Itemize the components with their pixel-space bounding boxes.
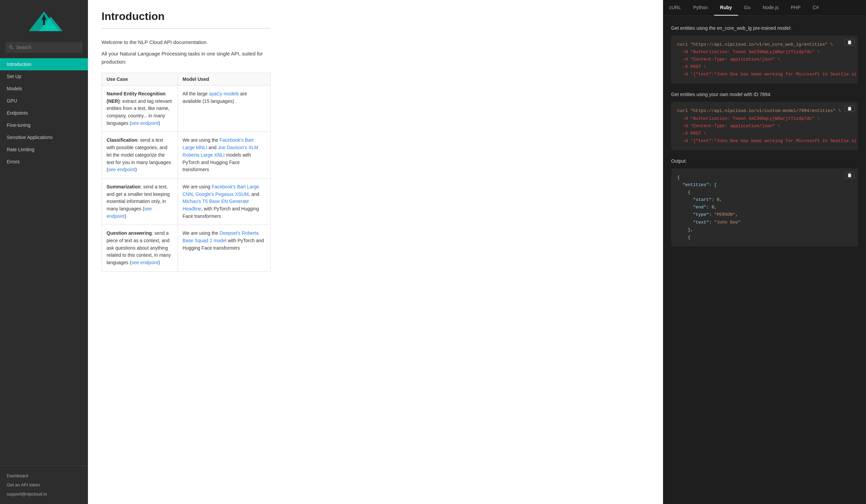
api-token-link[interactable]: Get an API token xyxy=(7,480,81,490)
sidebar-item-gpu[interactable]: GPU xyxy=(0,95,88,107)
code-line: { xyxy=(677,174,852,181)
classification-bold: Classification xyxy=(107,137,137,143)
summarization-bold: Summarization xyxy=(107,184,141,189)
code-line: "text": "John Doe" xyxy=(677,219,852,226)
tab-ruby[interactable]: Ruby xyxy=(714,0,738,15)
ner-endpoint-link[interactable]: see endpoint xyxy=(131,121,158,126)
sidebar-item-finetuning[interactable]: Fine-tuning xyxy=(0,119,88,131)
code-line: -d '{"text":"John Doe has been working f… xyxy=(677,71,852,78)
sidebar-item-errors[interactable]: Errors xyxy=(0,156,88,168)
roberta-link[interactable]: Deepset's Roberta Base Squad 2 model xyxy=(183,230,259,243)
spacy-link[interactable]: spaCy models xyxy=(209,91,239,97)
copy-button-output[interactable]: 📋 xyxy=(845,172,855,179)
sidebar-item-endpoints[interactable]: Endpoints xyxy=(0,107,88,119)
logo xyxy=(22,8,66,35)
table-cell-model-ner: All the large spaCy models are available… xyxy=(178,86,270,132)
table-cell-usecase-summarization: Summarization: send a text, and get a sm… xyxy=(102,178,178,225)
intro-text-1: Welcome to the NLP Cloud API documentati… xyxy=(101,38,271,46)
table-row: Named Entity Recognition (NER): extract … xyxy=(102,86,271,132)
code-line: -H "Content-Type: application/json" \ xyxy=(677,56,852,63)
code-line: "end": 8, xyxy=(677,204,852,211)
sidebar-item-introduction[interactable]: Introduction xyxy=(0,58,88,70)
code-line: -H "Authorization: Token 4eC39HqLyjWDarj… xyxy=(677,115,852,122)
code-line: -d '{"text":"John Doe has been working f… xyxy=(677,137,852,145)
table-cell-model-summarization: We are using Facebook's Bart Large CNN, … xyxy=(178,178,270,225)
summarization-endpoint-link[interactable]: see endpoint xyxy=(107,206,152,219)
sidebar-footer: Dashboard Get an API token support@nlpcl… xyxy=(0,466,88,504)
table-header-usecase: Use Case xyxy=(102,73,178,86)
code-line: }, xyxy=(677,226,852,234)
code-line: -X POST \ xyxy=(677,63,852,71)
code-line: { xyxy=(677,234,852,241)
content-area: Introduction Welcome to the NLP Cloud AP… xyxy=(88,0,284,295)
logo-area xyxy=(0,0,88,42)
search-input[interactable] xyxy=(16,45,79,50)
tab-curl[interactable]: cURL xyxy=(663,0,687,15)
code-line: curl "https://api.nlpcloud.io/v1/custom-… xyxy=(677,107,852,115)
t5-link[interactable]: Michau's T5 Base EN Generate Headline xyxy=(183,199,249,211)
code-line: "type": "PERSON", xyxy=(677,211,852,219)
table-row: Question answering: send a piece of text… xyxy=(102,225,271,271)
copy-button-1[interactable]: 📋 xyxy=(845,39,855,46)
ner-bold: Named Entity Recognition (NER) xyxy=(107,91,165,104)
search-container[interactable] xyxy=(5,42,82,53)
support-link[interactable]: support@nlpcloud.io xyxy=(7,490,81,499)
svg-line-4 xyxy=(12,48,13,49)
section2-label: Get entities using your own model with I… xyxy=(671,92,858,97)
code-line: -X POST \ xyxy=(677,130,852,137)
pegasus-link[interactable]: Google's Pegasus XSUM xyxy=(196,191,249,197)
table-header-model: Model Used xyxy=(178,73,270,86)
code-block-output: 📋 { "entities": [ { "start": 0, "end": 8… xyxy=(671,168,858,247)
classification-endpoint-link[interactable]: see endpoint xyxy=(108,167,135,172)
intro-text-2: All your Natural Language Processing tas… xyxy=(101,50,271,66)
table-cell-usecase-ner: Named Entity Recognition (NER): extract … xyxy=(102,86,178,132)
tab-nodejs[interactable]: Node.js xyxy=(756,0,785,15)
table-cell-model-classification: We are using the Facebook's Bart Large M… xyxy=(178,132,270,178)
sidebar: Introduction Set Up Models GPU Endpoints… xyxy=(0,0,88,504)
tab-csharp[interactable]: C# xyxy=(807,0,825,15)
dashboard-link[interactable]: Dashboard xyxy=(7,471,81,480)
table-cell-usecase-classification: Classification: send a text with possibl… xyxy=(102,132,178,178)
right-panel: cURL Python Ruby Go Node.js PHP C# Get e… xyxy=(663,0,866,504)
qa-bold: Question answering xyxy=(107,230,152,236)
code-line: "entities": [ xyxy=(677,181,852,189)
sidebar-item-ratelimiting[interactable]: Rate Limiting xyxy=(0,143,88,156)
table-row: Summarization: send a text, and get a sm… xyxy=(102,178,271,225)
table-cell-usecase-qa: Question answering: send a piece of text… xyxy=(102,225,178,271)
sidebar-nav: Introduction Set Up Models GPU Endpoints… xyxy=(0,58,88,463)
output-label: Output: xyxy=(671,158,858,164)
sidebar-item-sensitive[interactable]: Sensitive Applications xyxy=(0,131,88,143)
code-line: -H "Authorization: Token 4eC39HqLyjWDarj… xyxy=(677,48,852,56)
code-panel: Get entities using the en_core_web_lg pr… xyxy=(663,16,866,504)
page-title: Introduction xyxy=(101,10,271,29)
section1-label: Get entities using the en_core_web_lg pr… xyxy=(671,25,858,31)
code-block-2: 📋 curl "https://api.nlpcloud.io/v1/custo… xyxy=(671,102,858,150)
sidebar-item-setup[interactable]: Set Up xyxy=(0,70,88,82)
code-line: "start": 0, xyxy=(677,196,852,204)
sidebar-item-models[interactable]: Models xyxy=(0,82,88,95)
code-line: { xyxy=(677,189,852,196)
code-block-1: 📋 curl "https://api.nlpcloud.io/v1/en_co… xyxy=(671,35,858,83)
copy-button-2[interactable]: 📋 xyxy=(845,105,855,112)
qa-endpoint-link[interactable]: see endpoint xyxy=(131,260,158,265)
search-icon xyxy=(9,45,13,50)
code-line: curl "https://api.nlpcloud.io/v1/en_core… xyxy=(677,41,852,48)
use-case-table: Use Case Model Used Named Entity Recogni… xyxy=(101,73,271,272)
table-row: Classification: send a text with possibl… xyxy=(102,132,271,178)
lang-tabs: cURL Python Ruby Go Node.js PHP C# xyxy=(663,0,866,16)
tab-php[interactable]: PHP xyxy=(785,0,807,15)
tab-go[interactable]: Go xyxy=(738,0,757,15)
code-line: -H "Content-Type: application/json" \ xyxy=(677,122,852,130)
svg-point-3 xyxy=(10,46,12,48)
tab-python[interactable]: Python xyxy=(687,0,714,15)
table-cell-model-qa: We are using the Deepset's Roberta Base … xyxy=(178,225,270,271)
main-content: Introduction Welcome to the NLP Cloud AP… xyxy=(88,0,663,504)
